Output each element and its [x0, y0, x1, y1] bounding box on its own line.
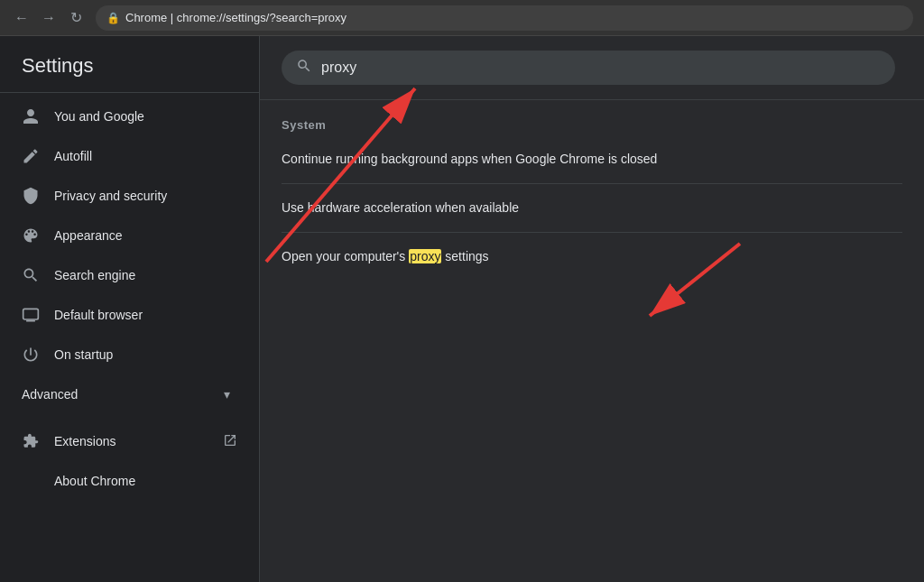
result-item-proxy[interactable]: Open your computer's proxy settings [282, 233, 902, 281]
sidebar: Settings You and Google Autofill Privacy… [0, 36, 260, 582]
extensions-label: Extensions [54, 434, 116, 448]
browser-chrome: ← → ↻ 🔒 Chrome | chrome://settings/?sear… [0, 0, 924, 36]
sidebar-label-privacy: Privacy and security [54, 189, 167, 203]
sidebar-item-search-engine[interactable]: Search engine [0, 255, 252, 295]
nav-buttons: ← → ↻ [11, 7, 87, 29]
forward-button[interactable]: → [38, 7, 60, 29]
sidebar-item-privacy[interactable]: Privacy and security [0, 176, 252, 216]
about-icon [22, 472, 40, 490]
results-section: System Continue running background apps … [260, 100, 924, 299]
svg-rect-0 [23, 309, 39, 319]
svg-rect-1 [26, 320, 35, 322]
chevron-down-icon: ▾ [224, 387, 230, 402]
sidebar-divider [0, 92, 259, 93]
autofill-icon [22, 147, 40, 165]
extensions-left: Extensions [22, 432, 116, 450]
sidebar-title: Settings [0, 36, 259, 92]
proxy-highlight: proxy [409, 249, 441, 263]
sidebar-label-search-engine: Search engine [54, 268, 135, 282]
external-link-icon [223, 433, 237, 450]
extensions-icon [22, 432, 40, 450]
appearance-icon [22, 226, 40, 245]
person-icon [22, 107, 40, 125]
shield-icon [22, 187, 40, 205]
proxy-text-before: Open your computer's [282, 249, 409, 263]
reload-button[interactable]: ↻ [65, 7, 87, 29]
search-input[interactable] [321, 60, 881, 76]
default-browser-icon [22, 306, 40, 324]
content-area: System Continue running background apps … [260, 36, 924, 582]
sidebar-item-about-chrome[interactable]: About Chrome [0, 461, 252, 501]
url-text: Chrome | chrome://settings/?search=proxy [125, 11, 346, 24]
sidebar-label-on-startup: On startup [54, 347, 113, 362]
sidebar-item-appearance[interactable]: Appearance [0, 216, 252, 255]
sidebar-label-appearance: Appearance [54, 228, 123, 243]
advanced-label: Advanced [22, 387, 78, 402]
main-layout: Settings You and Google Autofill Privacy… [0, 36, 924, 582]
result-item-bg-apps[interactable]: Continue running background apps when Go… [282, 135, 902, 184]
back-button[interactable]: ← [11, 7, 32, 29]
sidebar-item-you-and-google[interactable]: You and Google [0, 97, 252, 136]
result-item-hw-accel[interactable]: Use hardware acceleration when available [282, 184, 902, 233]
sidebar-item-on-startup[interactable]: On startup [0, 335, 252, 374]
search-engine-icon [22, 266, 40, 284]
sidebar-label-autofill: Autofill [54, 149, 92, 163]
sidebar-item-extensions[interactable]: Extensions [0, 421, 259, 461]
section-title: System [282, 118, 902, 132]
about-label: About Chrome [54, 474, 135, 488]
secure-icon: 🔒 [106, 12, 120, 24]
address-bar[interactable]: 🔒 Chrome | chrome://settings/?search=pro… [96, 5, 913, 31]
search-bar-container [260, 36, 924, 100]
search-bar [282, 51, 895, 85]
result-text-hw-accel: Use hardware acceleration when available [282, 199, 902, 217]
proxy-text-after: settings [441, 249, 488, 263]
startup-icon [22, 346, 40, 364]
search-icon [296, 58, 312, 78]
sidebar-item-default-browser[interactable]: Default browser [0, 295, 252, 335]
advanced-left: Advanced [22, 387, 78, 402]
sidebar-item-autofill[interactable]: Autofill [0, 136, 252, 176]
sidebar-bottom: Extensions About Chrome [0, 414, 259, 508]
result-text-proxy: Open your computer's proxy settings [282, 247, 902, 266]
sidebar-label-default-browser: Default browser [54, 308, 143, 322]
result-text-bg-apps: Continue running background apps when Go… [282, 150, 902, 169]
advanced-section[interactable]: Advanced ▾ [0, 374, 252, 414]
sidebar-label-you-and-google: You and Google [54, 109, 144, 124]
